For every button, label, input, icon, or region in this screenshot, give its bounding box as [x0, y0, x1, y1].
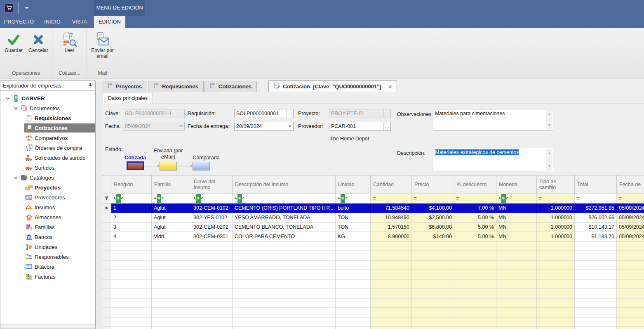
- fecha-entrega-field[interactable]: 20/09/2024: [234, 122, 294, 131]
- scroll-down-icon[interactable]: ▼: [548, 161, 551, 170]
- tree-item-bitacora[interactable]: Bitácora: [0, 262, 95, 272]
- grid-cell[interactable]: [336, 260, 371, 270]
- filter-cell[interactable]: =: [371, 194, 412, 204]
- sidebar-horizontal-scrollbar[interactable]: [0, 324, 95, 329]
- grid-cell[interactable]: [575, 317, 617, 327]
- grid-cell[interactable]: [454, 327, 496, 329]
- tree-item-ordenes-de-compra[interactable]: Órdenes de compra: [0, 143, 95, 153]
- dropdown-arrow-icon[interactable]: [178, 125, 184, 127]
- grid-cell[interactable]: [191, 241, 233, 251]
- grid-cell[interactable]: MN: [496, 213, 537, 222]
- grid-cell[interactable]: [191, 251, 233, 260]
- grid-cell[interactable]: [575, 270, 617, 279]
- grid-cell[interactable]: $2,500.00: [412, 213, 454, 222]
- filter-cell[interactable]: ABC: [336, 194, 371, 204]
- filter-cell[interactable]: ABC: [191, 194, 233, 204]
- grid-cell[interactable]: [454, 317, 496, 327]
- empty-row[interactable]: [102, 317, 644, 327]
- column-header-total[interactable]: Total: [575, 175, 617, 194]
- tree-item-familias[interactable]: Familias: [0, 222, 95, 232]
- grid-cell[interactable]: [371, 317, 412, 327]
- grid-cell[interactable]: [496, 327, 537, 329]
- tree-node[interactable]: Surtidos: [24, 163, 95, 172]
- grid-cell[interactable]: [575, 327, 617, 329]
- column-header-descripcion-del-insumo[interactable]: Descripción del insumo: [233, 175, 336, 194]
- grid-cell[interactable]: [152, 241, 191, 251]
- grid-cell[interactable]: [537, 251, 575, 260]
- row-indicator[interactable]: [102, 222, 111, 232]
- tree-item-catalogos[interactable]: Catálogos: [0, 173, 95, 182]
- filter-cell[interactable]: ABC: [111, 194, 152, 204]
- leer-button[interactable]: ? Leer: [58, 32, 82, 70]
- grid-cell[interactable]: [111, 260, 152, 270]
- grid-cell[interactable]: bulto: [336, 204, 371, 213]
- clave-field[interactable]: SOLP0000000001-1: [123, 109, 185, 118]
- tree-item-proyectos[interactable]: Proyectos: [0, 182, 95, 192]
- grid-cell[interactable]: [111, 289, 152, 298]
- grid-cell[interactable]: [537, 241, 575, 251]
- grid-cell[interactable]: [336, 298, 371, 308]
- filter-cell[interactable]: =: [412, 194, 454, 204]
- tree-item-surtidos[interactable]: Surtidos: [0, 163, 95, 173]
- tree-node[interactable]: Solicitudes de surtido: [24, 153, 95, 162]
- fecha-field[interactable]: 05/09/2024: [123, 122, 185, 131]
- textarea-scrollbar[interactable]: ▲▼: [546, 110, 552, 130]
- grid-cell[interactable]: $1,183.70: [575, 232, 617, 241]
- close-tab-icon[interactable]: ×: [388, 83, 392, 90]
- grid-cell[interactable]: TON: [336, 222, 371, 232]
- grid-cell[interactable]: [575, 289, 617, 298]
- tree-item-insumos[interactable]: Insumos: [0, 202, 95, 212]
- column-header-cantidad[interactable]: Cantidad: [371, 175, 412, 194]
- grid-cell[interactable]: [496, 279, 537, 289]
- tree-node[interactable]: Insumos: [24, 203, 95, 212]
- filter-cell[interactable]: ABC: [233, 194, 336, 204]
- grid-cell[interactable]: [111, 317, 152, 327]
- filter-cell[interactable]: =: [617, 194, 644, 204]
- grid-cell[interactable]: [454, 279, 496, 289]
- grid-cell[interactable]: [152, 251, 191, 260]
- grid-cell[interactable]: [454, 241, 496, 251]
- grid-cell[interactable]: [152, 317, 191, 327]
- empty-row[interactable]: [102, 308, 644, 317]
- grid-cell[interactable]: [336, 308, 371, 317]
- grid-cell[interactable]: Vidri: [152, 232, 191, 241]
- grid-cell[interactable]: [412, 327, 454, 329]
- grid-cell[interactable]: [617, 317, 644, 327]
- grid-cell[interactable]: [454, 308, 496, 317]
- column-header-fecha-de[interactable]: Fecha de: [617, 175, 644, 194]
- grid-cell[interactable]: 05/09/2024: [617, 222, 644, 232]
- table-row[interactable]: 3Aglut302-CEM-0202CEMENTO BLANCO, TONELA…: [102, 222, 644, 232]
- cancelar-button[interactable]: Cancelar: [26, 32, 50, 70]
- column-header-clave-del-insumo[interactable]: Clave del insumo: [191, 175, 233, 194]
- tree-node[interactable]: Documentos: [19, 104, 95, 113]
- tree-node[interactable]: Catálogos: [19, 173, 95, 182]
- grid-cell[interactable]: [152, 270, 191, 279]
- ribbon-tab-proyecto[interactable]: PROYECTO: [0, 16, 38, 28]
- grid-cell[interactable]: [537, 279, 575, 289]
- grid-cell[interactable]: [233, 298, 336, 308]
- grid-cell[interactable]: [371, 298, 412, 308]
- grid-cell[interactable]: [575, 298, 617, 308]
- grid-cell[interactable]: 4: [111, 232, 152, 241]
- grid-cell[interactable]: [617, 260, 644, 270]
- grid-cell[interactable]: 7.00 %: [454, 204, 496, 213]
- grid-cell[interactable]: [336, 327, 371, 329]
- table-row[interactable]: 2Aglut302-YES-0102YESO AMARRADO, TONELAD…: [102, 213, 644, 222]
- grid-cell[interactable]: [454, 289, 496, 298]
- scroll-down-icon[interactable]: ▼: [548, 121, 551, 130]
- grid-cell[interactable]: [111, 308, 152, 317]
- dropdown-arrow-icon[interactable]: [287, 125, 293, 127]
- lookup-ellipsis-icon[interactable]: ...: [286, 109, 293, 118]
- descripcion-textarea[interactable]: Materiales estrategicos de cementos ▲▼: [433, 148, 553, 171]
- grid-cell[interactable]: COLOR PARA CEMENTO: [233, 232, 336, 241]
- grid-cell[interactable]: 5.00 %: [454, 222, 496, 232]
- grid-cell[interactable]: [496, 241, 537, 251]
- grid-cell[interactable]: [575, 260, 617, 270]
- quick-access-dropdown-icon[interactable]: [25, 7, 29, 9]
- grid-cell[interactable]: [617, 279, 644, 289]
- empty-row[interactable]: [102, 298, 644, 308]
- tree-item-proveedores[interactable]: Proveedores: [0, 192, 95, 202]
- tree-node[interactable]: CARVER: [11, 94, 95, 103]
- grid-cell[interactable]: [537, 270, 575, 279]
- tree-node[interactable]: Requisiciones: [24, 114, 95, 123]
